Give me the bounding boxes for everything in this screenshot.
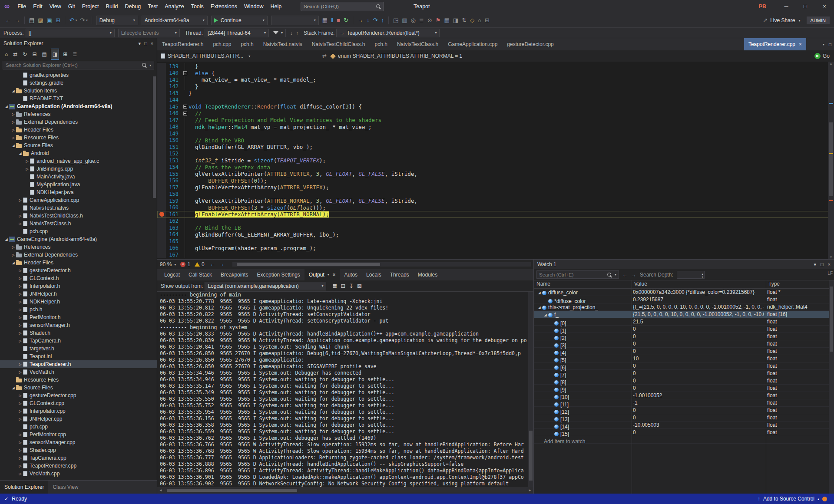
breakpoint-margin[interactable] <box>157 198 166 204</box>
close-icon[interactable]: × <box>332 272 335 278</box>
code-line[interactable]: 160 BUFFER_OFFSET(3 * sizeof(GLfloat))); <box>157 204 834 211</box>
sort-icon[interactable]: ⇅ <box>460 16 468 25</box>
bottom-tab-class-view[interactable]: Class View <box>48 481 83 494</box>
code-line[interactable]: 157 glEnableVertexAttribArray(ATTRIB_VER… <box>157 184 834 191</box>
code-line[interactable]: 149 <box>157 130 834 137</box>
solution-explorer-titlebar[interactable]: Solution Explorer ▾□× <box>0 38 157 49</box>
watch-row[interactable]: [7]0float <box>534 370 829 377</box>
scope-dropdown[interactable]: SHADER_ATTRIBUTES.ATTR... ▾ <box>157 53 319 59</box>
breakpoint-margin[interactable] <box>157 103 166 110</box>
document-tab[interactable]: NatvisTest.natvis <box>258 38 307 50</box>
code-line[interactable]: 141 mat_view_ = mat_view_ * mat_model_; <box>157 76 834 83</box>
watch-search-input[interactable]: Search (Ctrl+E) ▾ <box>536 270 619 279</box>
scrollbar-thumb[interactable] <box>829 122 833 196</box>
tree-item[interactable]: ▷gestureDetector.h <box>0 267 157 274</box>
watch-row[interactable]: [13]0float <box>534 414 829 422</box>
add-to-source-control-button[interactable]: Add to Source Control <box>763 496 814 502</box>
watch-row[interactable]: [1]0float <box>534 326 829 333</box>
refresh-icon[interactable]: ↻ <box>21 49 28 59</box>
tree-item[interactable]: ▷External Dependencies <box>0 251 157 259</box>
panel-tab-output[interactable]: Output▾× <box>304 269 340 280</box>
tree-item[interactable]: ▷sensorManager.h <box>0 321 157 329</box>
tree-item[interactable]: ◢Source Files <box>0 142 157 149</box>
step-over-icon[interactable]: ↷ <box>371 16 380 25</box>
tree-expanded-icon[interactable]: ◢ <box>10 261 16 265</box>
tree-collapsed-icon[interactable]: ▷ <box>17 300 23 304</box>
breakpoint-margin[interactable] <box>157 178 166 184</box>
watch-row[interactable]: *diffuse_color0.239215687float <box>534 296 829 303</box>
scrollbar-thumb[interactable] <box>529 431 533 481</box>
platform-dropdown[interactable]: Android-arm64-v8a ▾ <box>142 16 208 25</box>
panel-tab-call-stack[interactable]: Call Stack <box>184 269 216 280</box>
code-line[interactable]: 140 else { <box>157 70 834 77</box>
breakpoint-margin[interactable] <box>157 137 166 144</box>
output-source-dropdown[interactable]: Logcat (com.example.gameapplication) ▾ <box>205 282 326 290</box>
tree-item[interactable]: ▷PerfMonitor.cpp <box>0 431 157 438</box>
debug-target-dropdown[interactable]: ▾ <box>271 16 319 25</box>
maximize-button[interactable]: □ <box>796 0 815 13</box>
configuration-dropdown[interactable]: Debug ▾ <box>96 16 138 25</box>
live-share-icon[interactable]: ↗ <box>761 16 769 25</box>
code-line[interactable]: 145void TeapotRenderer::Render(float dif… <box>157 103 834 110</box>
tree-expanded-icon[interactable]: ◢ <box>543 311 548 319</box>
breakpoint-margin[interactable] <box>157 251 166 258</box>
window-layout-icon[interactable]: ◨ <box>451 16 460 25</box>
tree-collapsed-icon[interactable]: ▷ <box>17 339 23 343</box>
code-line[interactable]: 161 glEnableVertexAttribArray(ATTRIB_NOR… <box>157 211 834 218</box>
save-icon[interactable]: ▣ <box>45 16 54 25</box>
tree-item[interactable]: ▷TapCamera.cpp <box>0 454 157 462</box>
error-count[interactable]: 1 <box>187 261 190 267</box>
collapse-messages-icon[interactable]: ⊟ <box>339 281 347 291</box>
code-line[interactable]: 155 glVertexAttribPointer(ATTRIB_VERTEX,… <box>157 171 834 178</box>
code-line[interactable]: 146 // <box>157 110 834 117</box>
document-tab[interactable]: TeapotRenderer.h <box>157 38 208 50</box>
new-folder-icon[interactable]: ⊞ <box>62 49 69 59</box>
editor-horizontal-scrollbar[interactable] <box>232 262 531 267</box>
panel-tab-locals[interactable]: Locals <box>362 269 386 280</box>
watch-row[interactable]: [9]0float <box>534 385 829 392</box>
code-line[interactable]: 167 <box>157 251 834 258</box>
filter-threads-icon[interactable] <box>273 31 278 34</box>
tree-item[interactable]: settings.gradle <box>0 79 157 87</box>
column-divider[interactable] <box>766 280 766 494</box>
menu-window[interactable]: Window <box>241 0 267 13</box>
solution-search-input[interactable]: Search Solution Explorer (Ctrl+;) ▾ <box>3 61 154 69</box>
lifecycle-events-dropdown[interactable]: Lifecycle Events ▾ <box>118 29 180 37</box>
scrollbar-track[interactable] <box>164 488 526 492</box>
watch-row[interactable]: [12]0float <box>534 407 829 414</box>
code-line[interactable]: 144 <box>157 97 834 104</box>
navigate-forward-icon[interactable]: → <box>13 16 22 25</box>
column-divider[interactable] <box>632 280 632 494</box>
scroll-down-icon[interactable]: ▼ <box>828 255 834 259</box>
bottom-tab-solution-explorer[interactable]: Solution Explorer <box>0 481 48 494</box>
stop-debugging-icon[interactable]: ■ <box>335 16 342 25</box>
breakpoint-margin[interactable] <box>157 238 166 245</box>
tree-collapsed-icon[interactable]: ▷ <box>17 456 23 460</box>
document-tab[interactable]: NatvisTestChildClass.h <box>307 38 370 50</box>
tree-collapsed-icon[interactable]: ▷ <box>17 284 23 288</box>
panel-tab-exception-settings[interactable]: Exception Settings <box>252 269 304 280</box>
code-editor[interactable]: 139 }140 else {141 mat_view_ = mat_view_… <box>157 62 834 259</box>
live-share-button[interactable]: Live Share <box>770 17 795 23</box>
tree-item[interactable]: ▷TeapotRenderer.h <box>0 360 157 368</box>
memory-window-icon[interactable]: ▦ <box>442 16 451 25</box>
background-tasks-icon[interactable]: ✓ <box>4 496 8 502</box>
tree-collapsed-icon[interactable]: ▷ <box>17 308 23 312</box>
scroll-lock-icon[interactable]: ↧ <box>347 281 355 291</box>
document-tab[interactable]: pch.h <box>370 38 392 50</box>
watch-vertical-scrollbar[interactable] <box>829 280 834 494</box>
tree-collapsed-icon[interactable]: ▷ <box>24 159 30 163</box>
tree-item[interactable]: ▷Shader.cpp <box>0 446 157 454</box>
search-next-icon[interactable]: → <box>631 272 636 278</box>
tree-collapsed-icon[interactable]: ▷ <box>17 362 23 366</box>
home-icon[interactable]: ⌂ <box>3 49 9 59</box>
code-line[interactable]: 164 glBindBuffer(GL_ELEMENT_ARRAY_BUFFER… <box>157 231 834 238</box>
spin-down-icon[interactable]: ▾ <box>702 275 703 278</box>
tree-item[interactable]: Resource Files <box>0 376 157 384</box>
restart-icon[interactable]: ↻ <box>342 16 350 25</box>
tree-collapsed-icon[interactable]: ▷ <box>17 409 23 413</box>
menu-file[interactable]: File <box>14 0 30 13</box>
fold-collapse-icon[interactable] <box>183 105 187 109</box>
scrollbar-thumb[interactable] <box>153 76 156 198</box>
minimize-button[interactable]: ─ <box>777 0 796 13</box>
